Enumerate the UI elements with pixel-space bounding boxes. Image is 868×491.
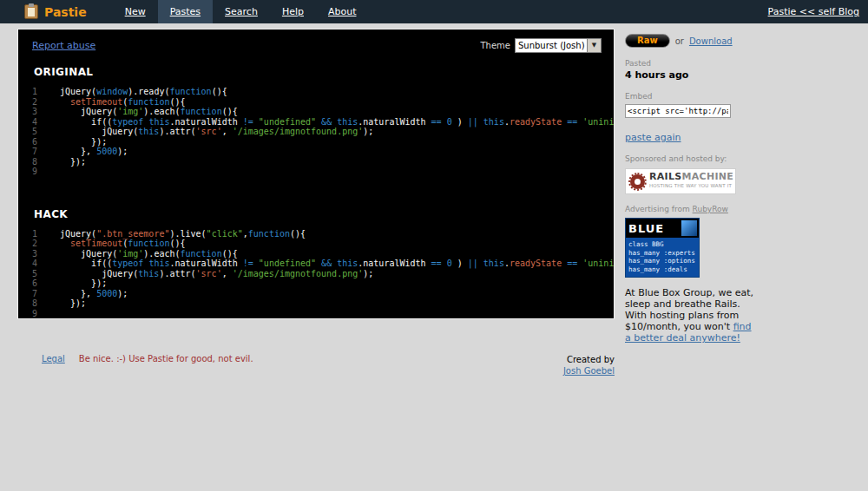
line-number: 4 — [32, 117, 60, 128]
line-number: 7 — [32, 289, 60, 299]
rubyrow-link[interactable]: RubyRow — [693, 205, 728, 213]
code-line: 2 setTimeout(function(){ — [32, 97, 602, 108]
or-label: or — [675, 36, 684, 46]
code-line: 3 jQuery('img').each(function(){ — [32, 107, 602, 117]
nav-item-help[interactable]: Help — [270, 0, 316, 23]
railsmachine-text: RAILSMACHINE HOSTING THE WAY YOU WANT IT — [649, 173, 733, 190]
theme-select-dropdown[interactable]: Sunburst (Josh) ▼ — [515, 38, 602, 53]
author-link[interactable]: Josh Goebel — [563, 366, 615, 376]
nav-item-about[interactable]: About — [316, 0, 369, 23]
nav-item-new[interactable]: New — [113, 0, 158, 23]
code-text: }); — [60, 298, 86, 309]
bluebox-ad-body: class BBG has_many :experts has_many :op… — [626, 238, 699, 277]
embed-label: Embed — [625, 92, 755, 101]
nav-item-search[interactable]: Search — [213, 0, 270, 23]
code-text: }); — [60, 278, 107, 289]
code-text: }, 5000); — [60, 289, 128, 299]
code-listing-hack: 1jQuery(".btn_seemore").live("click",fun… — [32, 229, 602, 319]
code-listing-original: 1jQuery(window).ready(function(){2 setTi… — [32, 87, 602, 177]
code-line: 2 setTimeout(function(){ — [32, 239, 602, 249]
code-section-hack: HACK 1jQuery(".btn_seemore").live("click… — [32, 208, 602, 319]
paste-again-link[interactable]: paste again — [625, 132, 681, 143]
code-line: 7 }, 5000); — [32, 147, 602, 157]
code-line: 8 }); — [32, 298, 602, 309]
code-line: 9 — [32, 167, 602, 177]
created-by-label: Created by — [563, 354, 615, 365]
line-number: 7 — [32, 147, 60, 157]
theme-selector: Theme Sunburst (Josh) ▼ — [481, 38, 602, 53]
pasted-time: 4 hours ago — [625, 69, 755, 81]
ad-code-line: class BBG — [628, 240, 696, 249]
code-line: 5 jQuery(this).attr('src', '/images/imgn… — [32, 127, 602, 137]
footer: Legal Be nice. :-) Use Pastie for good, … — [17, 354, 615, 376]
top-navigation-bar: Pastie New Pastes Search Help About Past… — [0, 0, 868, 23]
code-line: 1jQuery(".btn_seemore").live("click",fun… — [32, 229, 602, 239]
sidebar: Raw or Download Pasted 4 hours ago Embed… — [625, 29, 755, 344]
code-text: jQuery('img').each(function(){ — [60, 107, 238, 117]
line-number: 3 — [32, 249, 60, 259]
section-title-hack: HACK — [34, 208, 602, 220]
advertising-prefix: Advertising from — [625, 205, 693, 213]
code-line: 7 }, 5000); — [32, 289, 602, 299]
line-number: 6 — [32, 278, 60, 289]
self-blog-link[interactable]: Pastie << self Blog — [768, 0, 859, 23]
code-line: 1jQuery(window).ready(function(){ — [32, 87, 602, 97]
gear-icon — [630, 174, 645, 189]
code-line: 4 if((typeof this.naturalWidth != "undef… — [32, 259, 602, 269]
code-line: 3 jQuery('img').each(function(){ — [32, 249, 602, 259]
line-number: 2 — [32, 239, 60, 249]
embed-code-input[interactable] — [625, 104, 731, 118]
line-number: 6 — [32, 137, 60, 147]
advertising-credit: Advertising from RubyRow — [625, 205, 755, 213]
code-line: 9 — [32, 309, 602, 319]
pastie-logo[interactable]: Pastie — [24, 0, 87, 23]
line-number: 4 — [32, 259, 60, 269]
ad-code-line: has_many :experts — [628, 249, 696, 258]
code-text: }, 5000); — [60, 147, 128, 157]
section-title-original: ORIGINAL — [34, 66, 602, 78]
sponsored-label: Sponsored and hosted by: — [625, 154, 755, 163]
code-text: setTimeout(function(){ — [60, 239, 186, 249]
code-text: }); — [60, 157, 86, 167]
ad-code-line: has_many :deals — [628, 265, 696, 274]
bluebox-ad-banner[interactable]: BLUE class BBG has_many :experts has_man… — [625, 218, 700, 278]
code-line: 4 if((typeof this.naturalWidth != "undef… — [32, 117, 602, 128]
code-line: 5 jQuery(this).attr('src', '/images/imgn… — [32, 269, 602, 279]
code-text: }); — [60, 137, 107, 147]
topbar-spacer — [369, 0, 768, 23]
bluebox-ad-copy: At Blue Box Group, we eat, sleep and bre… — [625, 287, 753, 344]
code-text: jQuery(this).attr('src', '/images/imgnot… — [60, 269, 373, 279]
be-nice-text: Be nice. :-) Use Pastie for good, not ev… — [79, 354, 253, 363]
line-number: 2 — [32, 97, 60, 108]
report-abuse-link[interactable]: Report abuse — [32, 40, 95, 51]
code-text: jQuery('img').each(function(){ — [60, 249, 238, 259]
railsmachine-logo[interactable]: RAILSMACHINE HOSTING THE WAY YOU WANT IT — [625, 168, 736, 194]
raw-download-row: Raw or Download — [625, 34, 755, 48]
panel-header: Report abuse Theme Sunburst (Josh) ▼ — [32, 36, 602, 54]
code-text: jQuery(this).attr('src', '/images/imgnot… — [60, 127, 373, 137]
line-number: 8 — [32, 157, 60, 167]
code-text: jQuery(window).ready(function(){ — [60, 87, 227, 97]
paste-panel: Report abuse Theme Sunburst (Josh) ▼ ORI… — [17, 29, 615, 319]
line-number: 5 — [32, 127, 60, 137]
line-number: 8 — [32, 298, 60, 309]
clipboard-logo-icon — [24, 4, 38, 19]
theme-selected-value: Sunburst (Josh) — [516, 39, 587, 52]
chevron-down-icon[interactable]: ▼ — [587, 39, 601, 52]
code-text: setTimeout(function(){ — [60, 97, 186, 108]
download-link[interactable]: Download — [689, 36, 733, 46]
code-text: if((typeof this.naturalWidth != "undefin… — [60, 117, 615, 128]
bluebox-ad-header: BLUE — [626, 219, 699, 238]
pasted-label: Pasted — [625, 59, 755, 68]
main-nav: New Pastes Search Help About — [113, 0, 369, 23]
code-line: 8 }); — [32, 157, 602, 167]
line-number: 1 — [32, 87, 60, 97]
theme-label: Theme — [481, 41, 511, 50]
nav-item-pastes[interactable]: Pastes — [158, 0, 213, 23]
brand-title: Pastie — [44, 5, 87, 19]
line-number: 1 — [32, 229, 60, 239]
legal-link[interactable]: Legal — [42, 354, 65, 363]
created-by-block: Created by Josh Goebel — [563, 354, 615, 376]
raw-button[interactable]: Raw — [625, 34, 670, 48]
main-content: Report abuse Theme Sunburst (Josh) ▼ ORI… — [0, 23, 868, 344]
